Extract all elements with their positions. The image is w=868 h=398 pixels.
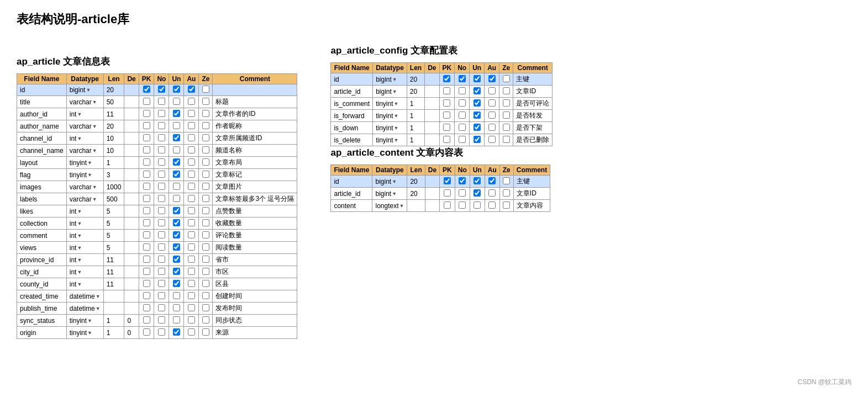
default-cell	[124, 254, 139, 266]
auto-increment-cell	[485, 134, 499, 146]
auto-increment-cell	[485, 188, 499, 200]
len-cell: 20	[103, 84, 124, 96]
dropdown-arrow-icon[interactable]: ▼	[393, 113, 398, 119]
notnull-cell	[154, 132, 169, 145]
col-header: Au	[184, 74, 199, 84]
page-layout: ap_article 文章信息表 Field NameDatatypeLenDe…	[17, 44, 851, 339]
len-cell: 5	[103, 205, 124, 217]
datatype-cell: tinyint ▼	[66, 169, 103, 181]
dropdown-arrow-icon[interactable]: ▼	[87, 318, 92, 323]
table-row: author_namevarchar ▼20作者昵称	[17, 120, 297, 132]
pk-cell	[139, 108, 154, 120]
table-row: author_idint ▼11文章作者的ID	[17, 108, 297, 120]
datatype-cell: int ▼	[66, 242, 103, 254]
dropdown-arrow-icon[interactable]: ▼	[92, 99, 97, 105]
dropdown-arrow-icon[interactable]: ▼	[393, 101, 398, 107]
dropdown-arrow-icon[interactable]: ▼	[392, 191, 397, 197]
page-title: 表结构说明-article库	[17, 11, 851, 28]
datatype-cell: tinyint ▼	[373, 110, 407, 122]
dropdown-arrow-icon[interactable]: ▼	[96, 294, 101, 299]
dropdown-arrow-icon[interactable]: ▼	[87, 160, 92, 166]
col-header: Field Name	[17, 74, 67, 84]
comment-cell: 文章内容	[513, 200, 550, 212]
dropdown-arrow-icon[interactable]: ▼	[92, 124, 97, 129]
dropdown-arrow-icon[interactable]: ▼	[86, 87, 91, 93]
table-row: idbigint ▼20主键	[331, 73, 553, 86]
col-header: Datatype	[66, 74, 103, 84]
datatype-cell: int ▼	[66, 230, 103, 242]
default-cell	[124, 120, 139, 132]
unsigned-cell	[169, 145, 184, 157]
dropdown-arrow-icon[interactable]: ▼	[77, 282, 82, 287]
auto-increment-cell	[184, 205, 199, 217]
len-cell: 1	[103, 157, 124, 169]
dropdown-arrow-icon[interactable]: ▼	[399, 203, 404, 209]
comment-cell: 文章ID	[513, 86, 553, 98]
dropdown-arrow-icon[interactable]: ▼	[393, 137, 398, 143]
dropdown-arrow-icon[interactable]: ▼	[77, 233, 82, 238]
len-cell: 11	[103, 266, 124, 278]
dropdown-arrow-icon[interactable]: ▼	[392, 179, 397, 184]
zerofill-cell	[199, 230, 213, 242]
dropdown-arrow-icon[interactable]: ▼	[393, 125, 398, 131]
pk-cell	[139, 290, 154, 303]
notnull-cell	[154, 278, 169, 290]
datatype-cell: tinyint ▼	[66, 327, 103, 339]
table-row: city_idint ▼11市区	[17, 266, 297, 278]
dropdown-arrow-icon[interactable]: ▼	[87, 330, 92, 336]
dropdown-arrow-icon[interactable]: ▼	[92, 148, 97, 153]
dropdown-arrow-icon[interactable]: ▼	[392, 89, 397, 94]
zerofill-cell	[499, 110, 513, 122]
field-name-cell: views	[17, 242, 67, 254]
dropdown-arrow-icon[interactable]: ▼	[77, 221, 82, 226]
datatype-cell: int ▼	[66, 205, 103, 217]
field-name-cell: sync_status	[17, 315, 67, 327]
pk-cell	[139, 217, 154, 230]
field-name-cell: author_name	[17, 120, 67, 132]
auto-increment-cell	[184, 242, 199, 254]
len-cell: 1	[407, 110, 424, 122]
unsigned-cell	[169, 108, 184, 120]
dropdown-arrow-icon[interactable]: ▼	[77, 245, 82, 251]
table-row: contentlongtext ▼文章内容	[331, 200, 550, 212]
table-row: is_downtinyint ▼1是否下架	[331, 122, 553, 134]
comment-cell: 文章ID	[513, 188, 550, 200]
notnull-cell	[154, 303, 169, 315]
zerofill-cell	[499, 188, 513, 200]
dropdown-arrow-icon[interactable]: ▼	[77, 257, 82, 263]
unsigned-cell	[470, 122, 485, 134]
len-cell: 1000	[103, 181, 124, 193]
dropdown-arrow-icon[interactable]: ▼	[77, 209, 82, 214]
table-row: publish_timedatetime ▼发布时间	[17, 303, 297, 315]
table-row: commentint ▼5评论数量	[17, 230, 297, 242]
pk-cell	[139, 254, 154, 266]
field-name-cell: id	[331, 176, 372, 188]
unsigned-cell	[169, 157, 184, 169]
table-row: collectionint ▼5收藏数量	[17, 217, 297, 230]
dropdown-arrow-icon[interactable]: ▼	[392, 77, 397, 82]
default-cell	[425, 200, 439, 212]
default-cell	[124, 205, 139, 217]
zerofill-cell	[499, 200, 513, 212]
dropdown-arrow-icon[interactable]: ▼	[77, 136, 82, 141]
dropdown-arrow-icon[interactable]: ▼	[92, 197, 97, 202]
dropdown-arrow-icon[interactable]: ▼	[92, 184, 97, 190]
auto-increment-cell	[184, 303, 199, 315]
table-row: imagesvarchar ▼1000文章图片	[17, 181, 297, 193]
unsigned-cell	[169, 205, 184, 217]
datatype-cell: varchar ▼	[66, 193, 103, 205]
zerofill-cell	[199, 193, 213, 205]
len-cell: 20	[407, 176, 425, 188]
dropdown-arrow-icon[interactable]: ▼	[77, 112, 82, 117]
unsigned-cell	[470, 176, 485, 188]
zerofill-cell	[199, 181, 213, 193]
col-header: Datatype	[373, 63, 407, 73]
zerofill-cell	[199, 132, 213, 145]
len-cell: 1	[407, 122, 424, 134]
dropdown-arrow-icon[interactable]: ▼	[87, 172, 92, 178]
dropdown-arrow-icon[interactable]: ▼	[77, 269, 82, 275]
dropdown-arrow-icon[interactable]: ▼	[96, 306, 101, 311]
unsigned-cell	[169, 169, 184, 181]
notnull-cell	[154, 290, 169, 303]
zerofill-cell	[199, 205, 213, 217]
